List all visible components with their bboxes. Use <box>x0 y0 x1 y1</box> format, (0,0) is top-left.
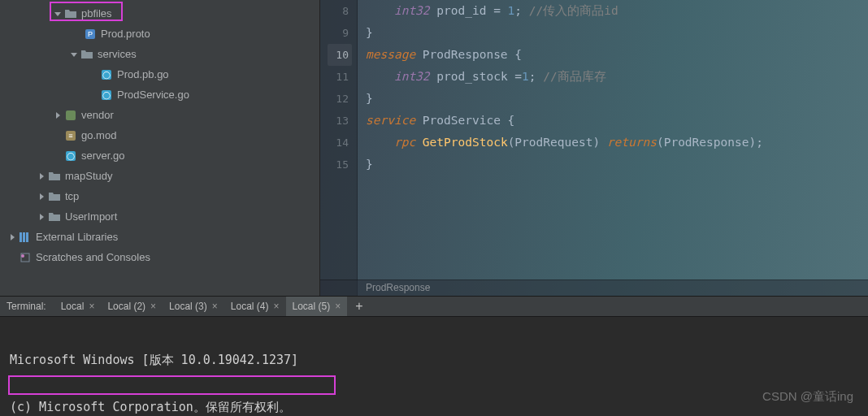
chevron-right-icon <box>37 172 46 180</box>
line-number: 14 <box>324 132 349 154</box>
chevron-right-icon <box>37 213 46 221</box>
line-number: 11 <box>324 66 349 88</box>
terminal-line: (c) Microsoft Corporation。保留所有权利。 <box>10 398 858 416</box>
folder-icon <box>49 171 60 182</box>
terminal-tab[interactable]: Local (2)× <box>101 297 163 316</box>
tab-label: Local (3) <box>169 301 207 312</box>
chevron-right-icon <box>37 193 46 201</box>
tree-mapstudy[interactable]: mapStudy <box>0 166 319 186</box>
go-file-icon: ◯ <box>101 89 112 101</box>
proto-file-icon: P <box>85 28 96 40</box>
tree-label: mapStudy <box>65 170 113 182</box>
line-number: 13 <box>324 110 349 132</box>
chevron-right-icon <box>8 233 16 241</box>
terminal-tab[interactable]: Local (3)× <box>163 297 224 316</box>
code-token: ; <box>529 70 543 83</box>
gutter: 8 9 10 11 12 13 14 15 <box>320 0 358 296</box>
tree-pbfiles[interactable]: pbfiles <box>0 3 319 24</box>
tree-label: server.go <box>81 150 124 162</box>
tree-server-go[interactable]: ◯ server.go <box>0 145 319 166</box>
terminal-tabstrip[interactable]: Terminal: Local× Local (2)× Local (3)× L… <box>0 296 868 317</box>
breadcrumb[interactable]: ProdResponse <box>320 280 868 296</box>
tree-userimport[interactable]: UserImport <box>0 206 319 227</box>
svg-rect-3 <box>26 232 28 242</box>
line-number: 12 <box>324 88 349 110</box>
close-icon[interactable]: × <box>335 301 341 312</box>
tree-scratches[interactable]: Scratches and Consoles <box>0 247 319 267</box>
code-token: } <box>366 154 373 176</box>
terminal-body[interactable]: Microsoft Windows [版本 10.0.19042.1237] (… <box>0 317 868 416</box>
tab-label: Local <box>61 301 85 312</box>
code-token: ProdResponse { <box>415 48 522 61</box>
svg-rect-2 <box>23 232 25 242</box>
tree-label: External Libraries <box>36 231 118 243</box>
close-icon[interactable]: × <box>273 301 279 312</box>
gomod-icon: ≡ <box>65 130 76 141</box>
library-icon <box>20 232 31 243</box>
folder-icon <box>65 8 76 20</box>
code-token: prod_id = <box>430 4 508 17</box>
scratch-icon <box>20 252 31 263</box>
code-editor[interactable]: 8 9 10 11 12 13 14 15 int32 prod_id = 1;… <box>320 0 868 296</box>
terminal-line: Microsoft Windows [版本 10.0.19042.1237] <box>10 351 858 369</box>
code-token: (ProdResponse); <box>657 136 763 149</box>
tab-label: Local (4) <box>231 301 269 312</box>
folder-icon <box>49 191 60 202</box>
terminal-tab[interactable]: Local (5)× <box>286 297 348 316</box>
svg-rect-1 <box>20 232 22 242</box>
tree-label: go.mod <box>81 129 116 141</box>
line-number: 9 <box>324 22 349 44</box>
terminal-tab[interactable]: Local (4)× <box>224 297 286 316</box>
terminal-label: Terminal: <box>7 301 46 312</box>
code-token: GetProdStock <box>423 136 508 149</box>
code-token: //传入的商品id <box>529 4 618 17</box>
tree-prod-proto[interactable]: P Prod.proto <box>0 24 319 44</box>
tree-label: pbfiles <box>81 7 112 20</box>
code-token: } <box>366 22 373 44</box>
code-token: rpc <box>394 136 415 149</box>
line-number: 15 <box>324 154 349 176</box>
code-token: int32 <box>394 4 430 17</box>
tree-label: tcp <box>65 190 79 202</box>
code-token: ; <box>514 4 528 17</box>
line-number: 8 <box>324 0 349 22</box>
code-token: (ProdRequest) <box>508 136 607 149</box>
tree-prodservice-go[interactable]: ◯ ProdService.go <box>0 84 319 105</box>
tree-external-libraries[interactable]: External Libraries <box>0 227 319 247</box>
code-token: prod_stock = <box>430 70 523 83</box>
tree-vendor[interactable]: vendor <box>0 105 319 125</box>
tree-prod-pb-go[interactable]: ◯ Prod.pb.go <box>0 64 319 84</box>
go-file-icon: ◯ <box>65 150 76 162</box>
tab-label: Local (5) <box>293 301 331 312</box>
tree-tcp[interactable]: tcp <box>0 186 319 206</box>
code-token: 1 <box>522 70 529 83</box>
tree-label: Prod.proto <box>101 28 150 40</box>
add-terminal-button[interactable]: + <box>347 299 371 314</box>
code-token: returns <box>607 136 657 149</box>
tree-go-mod[interactable]: ≡ go.mod <box>0 125 319 145</box>
breadcrumb-item: ProdResponse <box>366 282 430 293</box>
code-token: message <box>366 48 415 61</box>
highlight-annotation <box>8 375 336 395</box>
code-token: service <box>366 114 415 127</box>
code-token: } <box>366 88 373 110</box>
close-icon[interactable]: × <box>212 301 218 312</box>
close-icon[interactable]: × <box>150 301 156 312</box>
project-tree[interactable]: pbfiles P Prod.proto services ◯ Prod.pb.… <box>0 0 320 296</box>
code-token: //商品库存 <box>543 70 605 83</box>
line-number: 10 <box>328 44 352 66</box>
tab-label: Local (2) <box>107 301 145 312</box>
tree-label: ProdService.go <box>117 89 189 101</box>
folder-icon <box>81 49 93 60</box>
tree-services[interactable]: services <box>0 44 319 64</box>
svg-rect-0 <box>66 110 76 120</box>
folder-icon <box>49 211 60 223</box>
close-icon[interactable]: × <box>89 301 94 312</box>
terminal-tab[interactable]: Local× <box>54 297 102 316</box>
code-token: int32 <box>394 70 430 83</box>
go-file-icon: ◯ <box>101 69 112 80</box>
tree-label: services <box>98 48 137 60</box>
code-token: ProdService { <box>415 114 514 127</box>
tree-label: vendor <box>81 109 114 121</box>
svg-point-5 <box>21 254 24 258</box>
